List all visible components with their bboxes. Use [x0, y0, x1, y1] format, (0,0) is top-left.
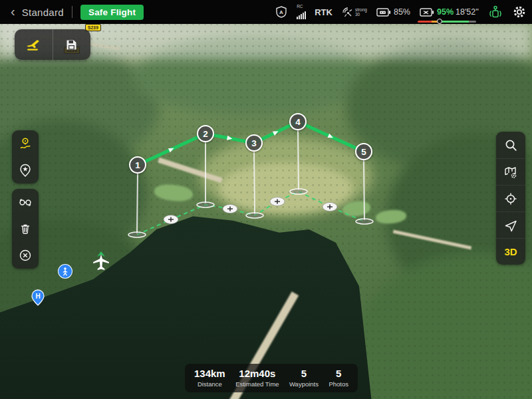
gear-icon: [512, 5, 527, 19]
star-pin-icon: [19, 164, 32, 178]
mission-toolbar: [15, 29, 90, 60]
takeoff-button[interactable]: [15, 29, 53, 60]
search-icon: [504, 138, 518, 152]
navigate-button[interactable]: [496, 211, 525, 238]
waypoint-route-button[interactable]: [12, 130, 39, 157]
favorite-point-button[interactable]: [12, 157, 39, 184]
satellite-icon: [341, 6, 353, 18]
view-mode-3d-button[interactable]: 3D: [496, 238, 525, 265]
map-3d-view[interactable]: 1 2 3 4 5 S239 S239 H: [0, 0, 532, 399]
save-mission-button[interactable]: [53, 29, 91, 60]
stat-label: Estimated Time: [235, 380, 279, 388]
waypoint-number: 4: [295, 117, 301, 127]
battery-threshold-dot: [437, 19, 442, 24]
search-button[interactable]: [496, 132, 525, 158]
fpv-goggles-button[interactable]: [12, 189, 39, 215]
navigation-arrow-icon: [503, 218, 518, 233]
stat-distance: 134km Distance: [194, 368, 225, 388]
airplane-icon: [93, 254, 109, 270]
locate-button[interactable]: [496, 185, 525, 211]
airplane-takeoff-icon: [25, 37, 41, 52]
stat-value: 12m40s: [239, 368, 275, 380]
home-point-marker[interactable]: H: [31, 289, 45, 309]
back-button[interactable]: ‹: [0, 4, 22, 21]
delete-button[interactable]: [12, 215, 39, 242]
waypoint-number: 5: [361, 147, 366, 157]
person-icon: [61, 266, 70, 277]
mission-stats-bar: 134km Distance 12m40s Estimated Time 5 W…: [185, 364, 358, 392]
right-toolbar: 3D: [496, 132, 525, 265]
aircraft-marker: [92, 253, 110, 275]
rtk-indicator: RTK: [315, 7, 332, 17]
stat-value: 134km: [194, 368, 225, 380]
aircraft-battery-indicator: 95% 18'52'': [419, 0, 479, 24]
gps-indicator: strong 30: [341, 6, 367, 18]
left-toolbar-group-1: [12, 130, 39, 184]
stat-estimated-time: 12m40s Estimated Time: [235, 368, 279, 388]
aircraft-battery-percent: 95%: [437, 7, 454, 17]
waypoint-number: 3: [251, 138, 257, 148]
stat-value: 5: [336, 368, 341, 380]
safe-flight-button[interactable]: Safe Flight: [80, 5, 144, 20]
battery-gauge: [418, 21, 476, 23]
waypoint-marker-3[interactable]: 3: [245, 134, 263, 152]
rc-battery-icon: [376, 6, 392, 18]
stat-label: Distance: [198, 380, 222, 388]
rc-connected-indicator: [487, 5, 503, 19]
signal-bars-icon: [297, 11, 306, 19]
waypoint-marker-5[interactable]: 5: [355, 143, 372, 160]
gps-quality-label: strong: [355, 7, 367, 12]
goggles-icon: [18, 196, 33, 209]
street-view-marker[interactable]: [58, 264, 72, 279]
rc-battery-indicator: 85%: [376, 6, 410, 18]
status-cluster: A RC RTK strong 30: [275, 0, 527, 24]
mode-letter: A: [279, 9, 283, 15]
shield-icon: A: [275, 5, 288, 19]
waypoint-marker-4[interactable]: 4: [289, 113, 307, 130]
divider: [72, 6, 72, 18]
drone-flight-planner: 1 2 3 4 5 S239 S239 H: [0, 0, 532, 399]
settings-button[interactable]: [512, 5, 527, 19]
map-layers-button[interactable]: [496, 158, 525, 185]
close-button[interactable]: [12, 242, 39, 269]
stat-waypoints: 5 Waypoints: [289, 368, 319, 388]
top-status-bar: ‹ Standard Safe Flight A RC RTK: [0, 0, 532, 24]
floppy-disk-icon: [65, 38, 78, 52]
rc-signal-label: RC: [297, 5, 303, 9]
remote-controller-icon: [487, 5, 503, 19]
waypoint-marker-1[interactable]: 1: [129, 156, 146, 174]
stat-value: 5: [301, 368, 307, 380]
rc-signal-indicator: RC: [297, 5, 306, 20]
aircraft-battery-icon: [419, 6, 435, 18]
flight-mode-indicator: A: [275, 5, 288, 19]
stat-label: Waypoints: [289, 380, 319, 388]
rc-battery-percent: 85%: [394, 7, 410, 17]
map-settings-icon: [503, 165, 518, 180]
remaining-flight-time: 18'52'': [456, 7, 479, 17]
close-icon: [19, 249, 32, 262]
waypoint-number: 1: [135, 160, 140, 170]
gps-count-label: 30: [355, 12, 367, 17]
flight-mode-label: Standard: [22, 7, 64, 18]
waypoint-marker-2[interactable]: 2: [197, 125, 214, 142]
waypoint-number: 2: [203, 129, 208, 139]
left-toolbar-group-2: [12, 189, 39, 269]
home-pin-label: H: [35, 293, 40, 300]
waypoint-route-icon: [19, 137, 32, 150]
trash-icon: [19, 222, 32, 235]
crosshair-icon: [503, 192, 518, 206]
stat-label: Photos: [329, 380, 348, 388]
stat-photos: 5 Photos: [329, 368, 348, 388]
